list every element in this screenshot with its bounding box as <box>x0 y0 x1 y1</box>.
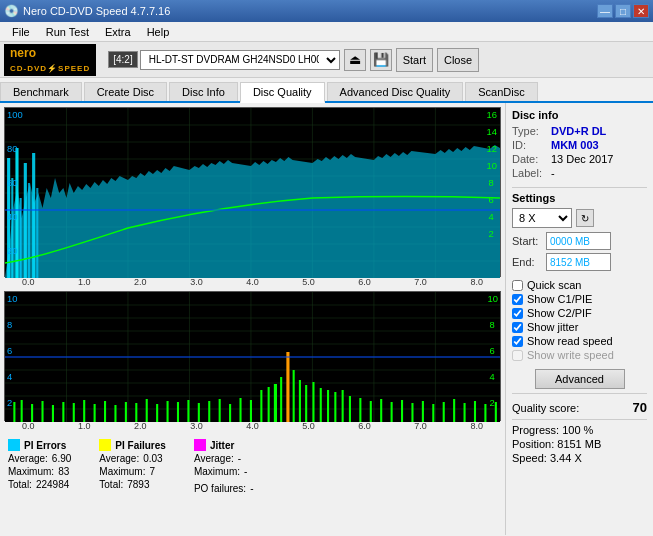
eject-icon[interactable]: ⏏ <box>344 49 366 71</box>
svg-text:6: 6 <box>7 346 12 356</box>
position-label: Position: <box>512 438 554 450</box>
show-jitter-label: Show jitter <box>527 321 578 333</box>
show-c1pie-row: Show C1/PIE <box>512 293 647 305</box>
svg-rect-76 <box>208 401 210 422</box>
menu-file[interactable]: File <box>4 24 38 40</box>
pi-failures-avg-label: Average: <box>99 453 139 464</box>
svg-rect-86 <box>293 370 295 422</box>
svg-text:80: 80 <box>7 144 17 154</box>
svg-text:2: 2 <box>489 229 494 239</box>
quality-label: Quality score: <box>512 402 579 414</box>
pi-errors-header: PI Errors <box>8 439 71 451</box>
pi-errors-stats: PI Errors Average: 6.90 Maximum: 83 Tota… <box>8 439 71 494</box>
svg-rect-23 <box>28 183 30 278</box>
jitter-label: Jitter <box>210 440 234 451</box>
disc-type-label: Type: <box>512 125 547 137</box>
speed-value: 3.44 X <box>550 452 582 464</box>
bottom-chart-svg: 10 8 6 4 2 10 8 6 4 2 <box>5 292 500 422</box>
drive-combo[interactable]: HL-DT-ST DVDRAM GH24NSD0 LH00 <box>140 50 340 70</box>
menu-help[interactable]: Help <box>139 24 178 40</box>
svg-text:4: 4 <box>490 372 495 382</box>
svg-rect-62 <box>62 402 64 422</box>
svg-rect-73 <box>177 402 179 422</box>
svg-text:14: 14 <box>486 127 496 137</box>
svg-rect-70 <box>146 399 148 422</box>
svg-rect-105 <box>464 403 466 422</box>
show-jitter-row: Show jitter <box>512 321 647 333</box>
svg-rect-25 <box>36 188 38 278</box>
pi-failures-total: Total: 7893 <box>99 479 166 490</box>
svg-text:12: 12 <box>486 144 496 154</box>
svg-rect-85 <box>286 352 289 422</box>
tab-scan-disc[interactable]: ScanDisc <box>465 82 537 101</box>
pi-errors-max: Maximum: 83 <box>8 466 71 477</box>
show-jitter-checkbox[interactable] <box>512 322 523 333</box>
tab-advanced-disc-quality[interactable]: Advanced Disc Quality <box>327 82 464 101</box>
svg-rect-81 <box>260 390 262 422</box>
speed-row: Speed: 3.44 X <box>512 452 647 464</box>
end-row: End: <box>512 253 647 271</box>
quick-scan-checkbox[interactable] <box>512 280 523 291</box>
menu-run-test[interactable]: Run Test <box>38 24 97 40</box>
checkboxes-section: Quick scan Show C1/PIE Show C2/PIF Show … <box>512 279 647 361</box>
pi-errors-total-value: 224984 <box>36 479 69 490</box>
top-chart-svg: 100 80 60 40 20 16 14 12 10 8 6 4 2 <box>5 108 500 278</box>
progress-label: Progress: <box>512 424 559 436</box>
nero-logo: nero CD-DVD⚡SPEED <box>4 44 96 76</box>
bottom-graph-wrapper: 10 8 6 4 2 10 8 6 4 2 <box>4 289 501 421</box>
menu-extra[interactable]: Extra <box>97 24 139 40</box>
svg-text:6: 6 <box>489 195 494 205</box>
title-bar-left: 💿 Nero CD-DVD Speed 4.7.7.16 <box>4 4 170 18</box>
main-content: 100 80 60 40 20 16 14 12 10 8 6 4 2 <box>0 103 653 535</box>
save-icon[interactable]: 💾 <box>370 49 392 71</box>
minimize-button[interactable]: — <box>597 4 613 18</box>
svg-rect-19 <box>11 178 13 278</box>
close-window-button[interactable]: ✕ <box>633 4 649 18</box>
svg-rect-99 <box>401 400 403 422</box>
jitter-avg-label: Average: <box>194 453 234 464</box>
jitter-stats: Jitter Average: - Maximum: - PO failures… <box>194 439 254 494</box>
pi-errors-total-label: Total: <box>8 479 32 490</box>
disc-type-row: Type: DVD+R DL <box>512 125 647 137</box>
maximize-button[interactable]: □ <box>615 4 631 18</box>
start-button[interactable]: Start <box>396 48 433 72</box>
svg-rect-77 <box>219 399 221 422</box>
speed-combo[interactable]: 8 X <box>512 208 572 228</box>
svg-rect-22 <box>24 163 27 278</box>
jitter-max-label: Maximum: <box>194 466 240 477</box>
settings-refresh-icon[interactable]: ↻ <box>576 209 594 227</box>
close-button[interactable]: Close <box>437 48 479 72</box>
quality-score: 70 <box>633 400 647 415</box>
disc-id-value: MKM 003 <box>551 139 599 151</box>
svg-rect-93 <box>342 390 344 422</box>
svg-text:16: 16 <box>486 110 496 120</box>
svg-rect-90 <box>320 388 322 422</box>
menu-bar: File Run Test Extra Help <box>0 22 653 42</box>
svg-rect-82 <box>268 387 270 422</box>
show-read-speed-checkbox[interactable] <box>512 336 523 347</box>
start-input[interactable] <box>546 232 611 250</box>
svg-rect-96 <box>370 401 372 422</box>
pi-failures-header: PI Failures <box>99 439 166 451</box>
svg-rect-69 <box>135 403 137 422</box>
disc-info-title: Disc info <box>512 109 647 121</box>
title-bar-controls: — □ ✕ <box>597 4 649 18</box>
top-graph: 100 80 60 40 20 16 14 12 10 8 6 4 2 <box>4 107 501 277</box>
tab-bar: Benchmark Create Disc Disc Info Disc Qua… <box>0 78 653 103</box>
svg-rect-72 <box>167 401 169 422</box>
svg-rect-100 <box>411 403 413 422</box>
svg-rect-65 <box>94 404 96 422</box>
tab-disc-quality[interactable]: Disc Quality <box>240 82 325 103</box>
tab-disc-info[interactable]: Disc Info <box>169 82 238 101</box>
tab-create-disc[interactable]: Create Disc <box>84 82 167 101</box>
right-panel: Disc info Type: DVD+R DL ID: MKM 003 Dat… <box>505 103 653 535</box>
end-input[interactable] <box>546 253 611 271</box>
tab-benchmark[interactable]: Benchmark <box>0 82 82 101</box>
svg-text:10: 10 <box>486 161 496 171</box>
svg-rect-102 <box>432 404 434 422</box>
show-c2pif-row: Show C2/PIF <box>512 307 647 319</box>
show-write-speed-checkbox[interactable] <box>512 350 523 361</box>
advanced-button[interactable]: Advanced <box>535 369 625 389</box>
show-c1pie-checkbox[interactable] <box>512 294 523 305</box>
show-c2pif-checkbox[interactable] <box>512 308 523 319</box>
